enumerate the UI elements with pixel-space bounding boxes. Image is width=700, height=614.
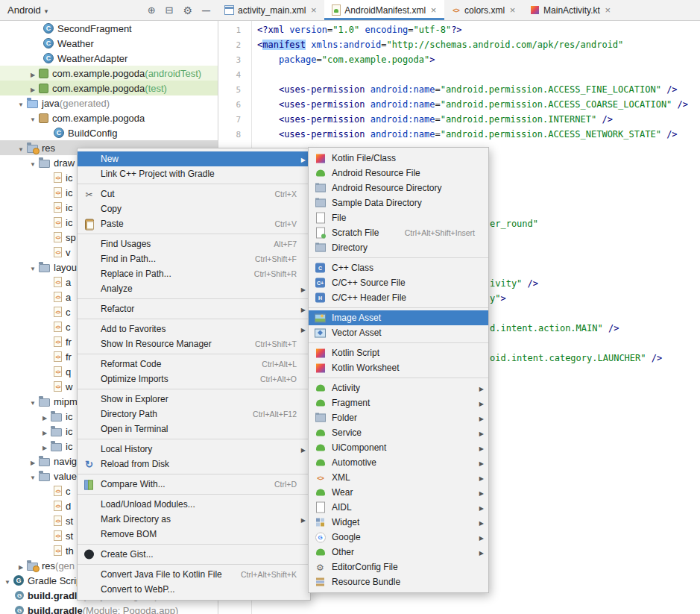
menu-item-paste[interactable]: PasteCtrl+V: [78, 216, 310, 231]
chevron-expanded-icon[interactable]: [15, 98, 27, 109]
chevron-expanded-icon[interactable]: [27, 396, 39, 407]
menu-item-analyze[interactable]: Analyze: [78, 281, 310, 296]
menu-item-copy[interactable]: Copy: [78, 201, 310, 216]
chevron-expanded-icon[interactable]: [27, 113, 39, 124]
hide-panel-icon[interactable]: [202, 5, 210, 15]
menu-item-find-usages[interactable]: Find UsagesAlt+F7: [78, 236, 310, 251]
collapse-all-icon[interactable]: [165, 5, 174, 15]
tree-row[interactable]: build.gradle (Module: Pogoda.app): [0, 603, 218, 614]
code-line[interactable]: 7 <uses-permission android:name="android…: [218, 112, 700, 127]
menu-item-sample-data-directory[interactable]: Sample Data Directory: [309, 195, 488, 210]
menu-item-widget[interactable]: Widget: [309, 515, 488, 530]
menu-item-service[interactable]: Service: [309, 425, 488, 440]
close-icon[interactable]: [309, 5, 318, 16]
code-line[interactable]: 8 <uses-permission android:name="android…: [218, 127, 700, 142]
menu-item-vector-asset[interactable]: Vector Asset: [309, 325, 488, 340]
menu-item-refactor[interactable]: Refactor: [78, 301, 310, 316]
menu-item-google[interactable]: Google: [309, 530, 488, 545]
menu-item-reformat-code[interactable]: Reformat CodeCtrl+Alt+L: [78, 357, 310, 372]
menu-item-reload-from-disk[interactable]: Reload from Disk: [78, 457, 310, 472]
chevron-expanded-icon[interactable]: [27, 471, 39, 482]
menu-item-wear[interactable]: Wear: [309, 485, 488, 500]
code-line[interactable]: 1<?xml version="1.0" encoding="utf-8"?>: [218, 22, 700, 37]
menu-item-xml[interactable]: XML: [309, 470, 488, 485]
tree-row[interactable]: BuildConfig: [0, 125, 218, 140]
select-opened-file-icon[interactable]: [148, 5, 156, 15]
chevron-collapsed-icon[interactable]: [39, 441, 51, 452]
chevron-expanded-icon[interactable]: [27, 157, 39, 169]
tree-row[interactable]: Weather: [0, 36, 218, 51]
chevron-collapsed-icon[interactable]: [15, 560, 27, 571]
menu-item-automotive[interactable]: Automotive: [309, 455, 488, 470]
menu-item-replace-in-path[interactable]: Replace in Path...Ctrl+Shift+R: [78, 266, 310, 281]
menu-item-c-c-source-file[interactable]: C/C++ Source File: [309, 275, 488, 290]
menu-item-mark-directory-as[interactable]: Mark Directory as: [78, 512, 310, 527]
menu-item-image-asset[interactable]: Image Asset: [309, 310, 488, 325]
menu-item-kotlin-script[interactable]: Kotlin Script: [309, 345, 488, 360]
menu-item-c-class[interactable]: C++ Class: [309, 260, 488, 275]
code-line[interactable]: 5 <uses-permission android:name="android…: [218, 82, 700, 97]
menu-item-kotlin-file-class[interactable]: Kotlin File/Class: [309, 151, 488, 166]
chevron-collapsed-icon[interactable]: [39, 411, 51, 422]
menu-item-activity[interactable]: Activity: [309, 380, 488, 395]
tree-row[interactable]: java (generated): [0, 95, 218, 110]
xml-file-icon: [54, 501, 62, 511]
code-line[interactable]: 3 package="com.example.pogoda">: [218, 52, 700, 67]
menu-item-link-c-project-with-gradle[interactable]: Link C++ Project with Gradle: [78, 166, 310, 181]
menu-item-editorconfig-file[interactable]: EditorConfig File: [309, 560, 488, 574]
tab-androidmanifest-xml[interactable]: AndroidManifest.xml: [324, 0, 444, 20]
tree-row[interactable]: SecondFragment: [0, 21, 218, 36]
menu-item-scratch-file[interactable]: Scratch FileCtrl+Alt+Shift+Insert: [309, 225, 488, 240]
chevron-collapsed-icon[interactable]: [39, 426, 51, 437]
close-icon[interactable]: [604, 5, 612, 16]
code-line[interactable]: 4: [218, 67, 700, 82]
menu-item-add-to-favorites[interactable]: Add to Favorites: [78, 322, 310, 336]
menu-item-directory-path[interactable]: Directory PathCtrl+Alt+F12: [78, 407, 310, 422]
chevron-expanded-icon[interactable]: [27, 262, 39, 273]
menu-item-show-in-explorer[interactable]: Show in Explorer: [78, 392, 310, 407]
tree-row[interactable]: com.example.pogoda: [0, 110, 218, 125]
menu-item-aidl[interactable]: AIDL: [309, 500, 488, 515]
chevron-expanded-icon[interactable]: [15, 142, 27, 154]
menu-item-android-resource-file[interactable]: Android Resource File: [309, 166, 488, 181]
menu-item-uicomponent[interactable]: UiComponent: [309, 440, 488, 455]
menu-item-optimize-imports[interactable]: Optimize ImportsCtrl+Alt+O: [78, 372, 310, 386]
close-icon[interactable]: [508, 5, 517, 16]
menu-item-file[interactable]: File: [309, 210, 488, 225]
menu-item-folder[interactable]: Folder: [309, 410, 488, 425]
menu-item-convert-java-file-to-kotlin-file[interactable]: Convert Java File to Kotlin FileCtrl+Alt…: [78, 567, 310, 582]
tab-mainactivity-kt[interactable]: MainActivity.kt: [523, 0, 619, 20]
tree-row[interactable]: com.example.pogoda (test): [0, 81, 218, 95]
menu-item-resource-bundle[interactable]: Resource Bundle: [309, 574, 488, 589]
chevron-collapsed-icon[interactable]: [27, 83, 39, 94]
code-line[interactable]: 6 <uses-permission android:name="android…: [218, 97, 700, 112]
tab-activity-main-xml[interactable]: activity_main.xml: [218, 0, 324, 20]
menu-item-new[interactable]: New: [78, 151, 310, 166]
menu-item-compare-with[interactable]: Compare With...Ctrl+D: [78, 477, 310, 492]
menu-item-remove-bom[interactable]: Remove BOM: [78, 527, 310, 542]
menu-item-create-gist[interactable]: Create Gist...: [78, 547, 310, 562]
menu-item-show-in-resource-manager[interactable]: Show In Resource ManagerCtrl+Shift+T: [78, 336, 310, 351]
tree-row[interactable]: WeatherAdapter: [0, 51, 218, 66]
chevron-collapsed-icon[interactable]: [27, 456, 39, 467]
menu-item-android-resource-directory[interactable]: Android Resource Directory: [309, 181, 488, 195]
chevron-expanded-icon[interactable]: [1, 575, 13, 586]
menu-item-other[interactable]: Other: [309, 545, 488, 560]
menu-item-fragment[interactable]: Fragment: [309, 395, 488, 410]
menu-item-c-c-header-file[interactable]: C/C++ Header File: [309, 290, 488, 305]
menu-item-convert-to-webp[interactable]: Convert to WebP...: [78, 582, 310, 597]
menu-item-local-history[interactable]: Local History: [78, 442, 310, 457]
chevron-collapsed-icon[interactable]: [27, 68, 39, 79]
settings-icon[interactable]: [183, 5, 192, 16]
tab-colors-xml[interactable]: colors.xml: [444, 0, 523, 20]
menu-item-open-in-terminal[interactable]: Open in Terminal: [78, 422, 310, 436]
tree-row[interactable]: com.example.pogoda (androidTest): [0, 66, 218, 81]
menu-item-find-in-path[interactable]: Find in Path...Ctrl+Shift+F: [78, 251, 310, 266]
close-icon[interactable]: [429, 5, 438, 16]
menu-item-kotlin-worksheet[interactable]: Kotlin Worksheet: [309, 360, 488, 375]
menu-item-cut[interactable]: CutCtrl+X: [78, 187, 310, 201]
code-line[interactable]: 2<manifest xmlns:android="http://schemas…: [218, 37, 700, 52]
menu-item-load-unload-modules[interactable]: Load/Unload Modules...: [78, 497, 310, 512]
menu-item-directory[interactable]: Directory: [309, 240, 488, 255]
project-view-selector[interactable]: Android: [4, 3, 51, 17]
